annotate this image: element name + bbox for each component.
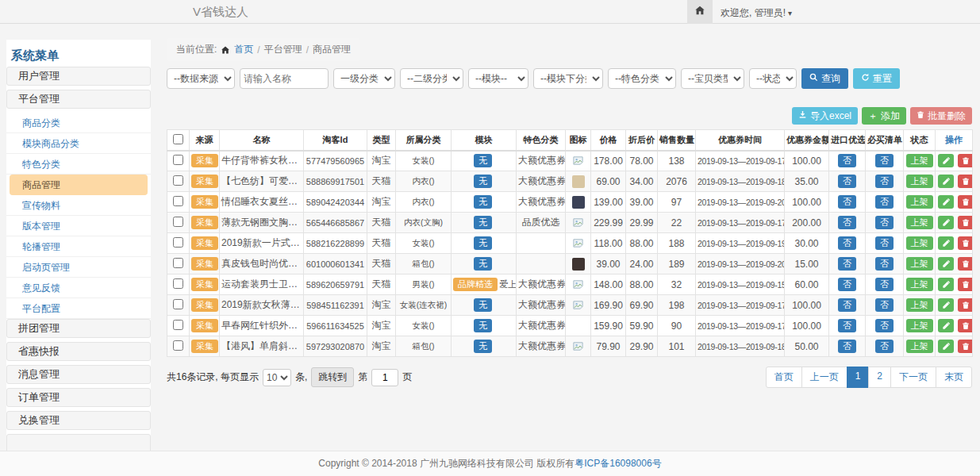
reset-button[interactable]: 重置 <box>853 68 900 89</box>
sidebar-item[interactable]: 宣传物料 <box>6 195 151 216</box>
row-checkbox[interactable] <box>173 258 183 268</box>
row-checkbox[interactable] <box>173 175 183 186</box>
level1-category-select[interactable]: 一级分类 <box>333 68 395 89</box>
user-menu[interactable]: 欢迎您, 管理员!▾ <box>721 6 792 20</box>
sidebar-item[interactable]: 消息管理 <box>6 365 151 384</box>
must-buy-badge[interactable]: 否 <box>875 216 894 229</box>
status-select[interactable]: --状态-- <box>749 68 797 89</box>
sidebar-item[interactable]: 兑换管理 <box>6 411 151 430</box>
must-buy-badge[interactable]: 否 <box>875 175 894 188</box>
sidebar-item[interactable]: 商品管理 <box>10 175 148 195</box>
module-select[interactable]: --模块-- <box>468 68 528 89</box>
delete-button[interactable] <box>958 175 972 188</box>
home-button[interactable] <box>687 0 713 24</box>
add-button[interactable]: ＋ 添加 <box>862 107 906 125</box>
sidebar-item[interactable]: 轮播管理 <box>6 236 151 257</box>
row-checkbox[interactable] <box>173 155 183 165</box>
edit-button[interactable] <box>938 340 954 353</box>
jump-page-input[interactable] <box>371 369 398 386</box>
must-buy-badge[interactable]: 否 <box>875 298 894 312</box>
row-checkbox[interactable] <box>173 340 183 351</box>
import-select-badge[interactable]: 否 <box>838 154 856 167</box>
breadcrumb-home-link[interactable]: 首页 <box>234 43 253 56</box>
status-badge[interactable]: 上架 <box>906 154 933 167</box>
page-button[interactable]: 上一页 <box>801 367 847 388</box>
page-size-select[interactable]: 10 <box>263 369 291 386</box>
batch-delete-button[interactable]: 批量删除 <box>910 107 972 125</box>
import-select-badge[interactable]: 否 <box>838 216 856 229</box>
import-select-badge[interactable]: 否 <box>838 319 856 332</box>
page-button[interactable]: 末页 <box>936 367 972 388</box>
import-select-badge[interactable]: 否 <box>838 236 856 250</box>
status-badge[interactable]: 上架 <box>906 257 933 271</box>
status-badge[interactable]: 上架 <box>906 236 933 250</box>
must-buy-badge[interactable]: 否 <box>875 278 894 291</box>
row-checkbox[interactable] <box>173 320 183 330</box>
row-checkbox[interactable] <box>173 196 183 206</box>
delete-button[interactable] <box>958 340 972 353</box>
edit-button[interactable] <box>938 154 954 167</box>
edit-button[interactable] <box>938 195 954 209</box>
module-subcategory-select[interactable]: --模块下分类-- <box>533 68 603 89</box>
edit-button[interactable] <box>938 278 954 291</box>
status-badge[interactable]: 上架 <box>906 195 933 209</box>
must-buy-badge[interactable]: 否 <box>875 257 894 271</box>
import-excel-button[interactable]: 导入excel <box>792 107 858 125</box>
row-checkbox[interactable] <box>173 217 183 227</box>
import-select-badge[interactable]: 否 <box>838 278 856 291</box>
jump-button[interactable]: 跳转到 <box>311 367 354 387</box>
delete-button[interactable] <box>958 257 972 271</box>
delete-button[interactable] <box>958 216 972 229</box>
page-button[interactable]: 2 <box>868 367 891 388</box>
sidebar-item[interactable]: 意见反馈 <box>6 278 151 298</box>
status-badge[interactable]: 上架 <box>906 319 933 332</box>
import-select-badge[interactable]: 否 <box>838 175 856 188</box>
edit-button[interactable] <box>938 319 954 332</box>
data-source-select[interactable]: --数据来源-- <box>167 68 235 89</box>
delete-button[interactable] <box>958 298 972 312</box>
edit-button[interactable] <box>938 236 954 250</box>
must-buy-badge[interactable]: 否 <box>875 154 894 167</box>
delete-button[interactable] <box>958 319 972 332</box>
sidebar-item[interactable]: 模块商品分类 <box>6 133 151 154</box>
delete-button[interactable] <box>958 154 972 167</box>
import-select-badge[interactable]: 否 <box>838 298 856 312</box>
row-checkbox[interactable] <box>173 299 183 309</box>
edit-button[interactable] <box>938 257 954 271</box>
status-badge[interactable]: 上架 <box>906 298 933 312</box>
name-search-input[interactable] <box>240 68 329 89</box>
search-button[interactable]: 查询 <box>801 68 848 89</box>
delete-button[interactable] <box>958 236 972 250</box>
edit-button[interactable] <box>938 175 954 188</box>
status-badge[interactable]: 上架 <box>906 340 933 353</box>
sidebar-item[interactable]: 用户管理 <box>6 67 151 86</box>
feature-category-select[interactable]: --特色分类-- <box>608 68 676 89</box>
sidebar-item[interactable]: 启动页管理 <box>6 257 151 278</box>
status-badge[interactable]: 上架 <box>906 175 933 188</box>
import-select-badge[interactable]: 否 <box>838 340 856 353</box>
row-checkbox[interactable] <box>173 237 183 248</box>
status-badge[interactable]: 上架 <box>906 278 933 291</box>
sidebar-item[interactable]: 拼团管理 <box>6 319 151 338</box>
sidebar-item[interactable]: 省惠快报 <box>6 342 151 361</box>
sidebar-item[interactable]: 平台配置 <box>6 298 151 319</box>
must-buy-badge[interactable]: 否 <box>875 319 894 332</box>
icp-link[interactable]: 粤ICP备16098006号 <box>575 458 661 469</box>
must-buy-badge[interactable]: 否 <box>875 195 894 209</box>
status-badge[interactable]: 上架 <box>906 216 933 229</box>
sidebar-item[interactable]: 特色分类 <box>6 154 151 175</box>
page-button[interactable]: 1 <box>847 367 870 388</box>
import-select-badge[interactable]: 否 <box>838 195 856 209</box>
sidebar-item[interactable] <box>6 434 151 451</box>
select-all-checkbox[interactable] <box>173 134 183 144</box>
sidebar-item[interactable]: 商品分类 <box>6 113 151 133</box>
edit-button[interactable] <box>938 216 954 229</box>
delete-button[interactable] <box>958 195 972 209</box>
edit-button[interactable] <box>938 298 954 312</box>
sidebar-item[interactable]: 版本管理 <box>6 216 151 236</box>
page-button[interactable]: 下一页 <box>890 367 936 388</box>
row-checkbox[interactable] <box>173 278 183 289</box>
sidebar-item[interactable]: 订单管理 <box>6 388 151 407</box>
level2-category-select[interactable]: --二级分类-- <box>400 68 463 89</box>
import-select-badge[interactable]: 否 <box>838 257 856 271</box>
